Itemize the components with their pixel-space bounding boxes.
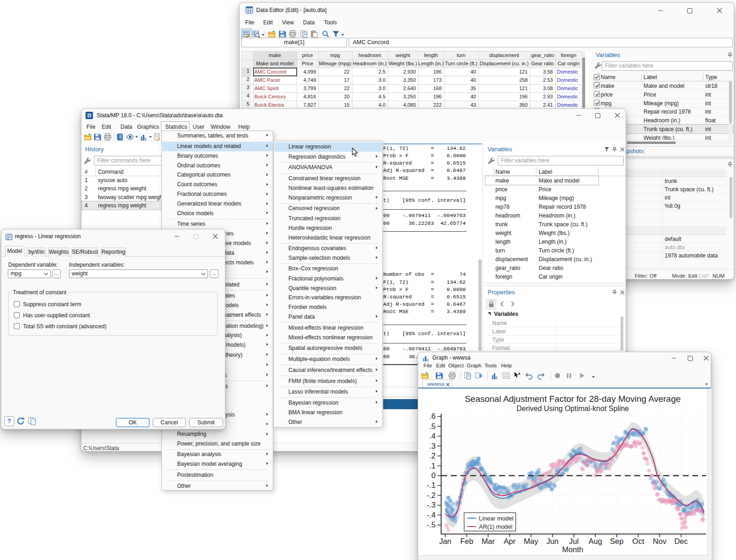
svg-text:Seasonal Adjustment Factor for: Seasonal Adjustment Factor for 28-day Mo…	[465, 394, 681, 404]
svg-text:-.1: -.1	[427, 481, 436, 489]
svg-text:Jul: Jul	[569, 537, 579, 545]
svg-text:Jun: Jun	[546, 537, 559, 545]
svg-text:AR(1) model: AR(1) model	[479, 523, 512, 530]
svg-text:May: May	[524, 537, 539, 545]
svg-text:Month: Month	[562, 545, 583, 554]
svg-text:-.4: -.4	[427, 511, 436, 519]
svg-text:.3: .3	[429, 442, 436, 450]
svg-text:Derived Using Optimal-knot Spl: Derived Using Optimal-knot Spline	[517, 405, 629, 412]
svg-text:Sep: Sep	[610, 537, 623, 545]
svg-text:Nov: Nov	[653, 537, 667, 545]
svg-text:Linear model: Linear model	[479, 515, 513, 522]
svg-text:Feb: Feb	[460, 537, 473, 545]
svg-text:Oct: Oct	[632, 537, 644, 545]
svg-text:Apr: Apr	[504, 537, 516, 545]
svg-text:Jan: Jan	[439, 537, 452, 545]
svg-text:.2: .2	[429, 451, 436, 460]
svg-text:Dec: Dec	[674, 537, 688, 545]
svg-text:-.3: -.3	[427, 501, 436, 509]
svg-text:.1: .1	[429, 462, 436, 470]
svg-text:Aug: Aug	[589, 537, 602, 545]
svg-text:-.2: -.2	[427, 491, 436, 499]
svg-text:0: 0	[431, 471, 436, 480]
svg-text:.5: .5	[429, 422, 436, 430]
svg-text:.6: .6	[429, 412, 436, 420]
svg-text:Mar: Mar	[482, 537, 495, 545]
svg-text:-.5: -.5	[427, 520, 436, 529]
svg-text:.4: .4	[429, 432, 436, 440]
